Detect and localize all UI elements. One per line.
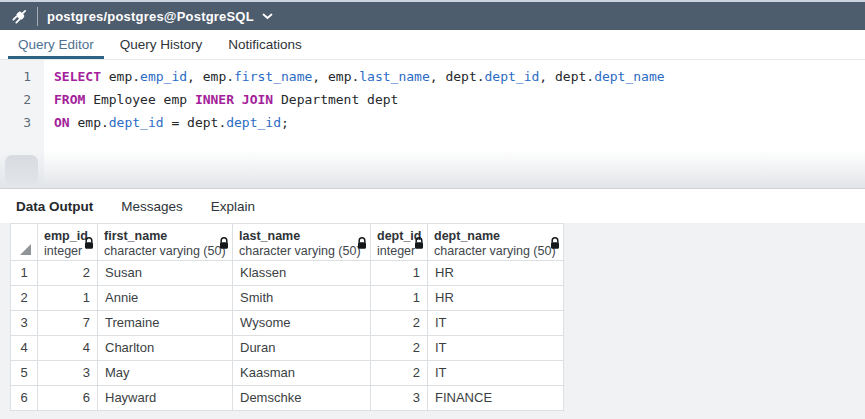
table-cell-last_name[interactable]: Demschke bbox=[233, 386, 371, 411]
row-number[interactable]: 5 bbox=[10, 361, 38, 386]
sql-text: , dept. bbox=[539, 69, 594, 84]
results-tabs: Data Output Messages Explain bbox=[0, 189, 865, 223]
table-cell-first_name[interactable]: Annie bbox=[98, 286, 233, 311]
connection-bar: postgres/postgres@PostgreSQL bbox=[0, 2, 865, 30]
tab-query-editor[interactable]: Query Editor bbox=[8, 30, 104, 59]
sql-identifier: dept_id bbox=[485, 69, 540, 84]
column-type: character varying (50) bbox=[239, 244, 364, 259]
row-number[interactable]: 1 bbox=[10, 261, 38, 286]
line-number: 3 bbox=[0, 111, 44, 134]
column-header-dept_name[interactable]: dept_namecharacter varying (50) bbox=[428, 223, 564, 261]
table-cell-last_name[interactable]: Klassen bbox=[233, 261, 371, 286]
table-cell-emp_id[interactable]: 6 bbox=[38, 386, 98, 411]
sql-text: Employee emp bbox=[85, 92, 195, 107]
column-header-last_name[interactable]: last_namecharacter varying (50) bbox=[233, 223, 371, 261]
table-cell-dept_id[interactable]: 2 bbox=[371, 361, 428, 386]
table-cell-first_name[interactable]: May bbox=[98, 361, 233, 386]
column-type: character varying (50) bbox=[104, 244, 226, 259]
tab-notifications[interactable]: Notifications bbox=[218, 30, 312, 59]
table-cell-emp_id[interactable]: 7 bbox=[38, 311, 98, 336]
column-type: character varying (50) bbox=[434, 244, 557, 259]
table-row: 12SusanKlassen1HR bbox=[10, 261, 865, 286]
sql-text: ; bbox=[281, 115, 289, 130]
table-cell-dept_id[interactable]: 1 bbox=[371, 286, 428, 311]
table-row: 53MayKaasman2IT bbox=[10, 361, 865, 386]
table-cell-first_name[interactable]: Susan bbox=[98, 261, 233, 286]
sql-text: = dept. bbox=[164, 115, 227, 130]
select-all-triangle-icon bbox=[20, 244, 31, 255]
column-name: dept_name bbox=[434, 228, 557, 244]
editor-scrollbar-thumb[interactable] bbox=[5, 155, 38, 185]
table-cell-dept_id[interactable]: 3 bbox=[371, 386, 428, 411]
table-row: 37TremaineWysome2IT bbox=[10, 311, 865, 336]
sql-keyword: ON bbox=[54, 115, 70, 130]
column-header-first_name[interactable]: first_namecharacter varying (50) bbox=[98, 223, 233, 261]
table-cell-dept_name[interactable]: HR bbox=[428, 261, 564, 286]
sql-identifier: emp_id bbox=[140, 69, 187, 84]
tab-explain[interactable]: Explain bbox=[211, 199, 255, 214]
table-cell-first_name[interactable]: Tremaine bbox=[98, 311, 233, 336]
sql-text: Department dept bbox=[273, 92, 398, 107]
table-cell-dept_id[interactable]: 1 bbox=[371, 261, 428, 286]
lock-icon bbox=[550, 237, 560, 253]
table-cell-dept_id[interactable]: 2 bbox=[371, 311, 428, 336]
sql-identifier: dept_id bbox=[109, 115, 164, 130]
table-row: 66HaywardDemschke3FINANCE bbox=[10, 386, 865, 411]
column-header-dept_id[interactable]: dept_idinteger bbox=[371, 223, 428, 261]
table-cell-last_name[interactable]: Wysome bbox=[233, 311, 371, 336]
sql-line[interactable]: ON emp.dept_id = dept.dept_id; bbox=[54, 111, 865, 134]
tab-query-history[interactable]: Query History bbox=[110, 30, 213, 59]
select-all-cell[interactable] bbox=[10, 223, 38, 261]
table-cell-emp_id[interactable]: 3 bbox=[38, 361, 98, 386]
sql-text: , emp. bbox=[187, 69, 234, 84]
row-number[interactable]: 3 bbox=[10, 311, 38, 336]
sql-text: emp. bbox=[70, 115, 109, 130]
table-cell-last_name[interactable]: Smith bbox=[233, 286, 371, 311]
table-cell-dept_name[interactable]: HR bbox=[428, 286, 564, 311]
tab-messages[interactable]: Messages bbox=[121, 199, 183, 214]
column-header-emp_id[interactable]: emp_idinteger bbox=[38, 223, 98, 261]
table-cell-emp_id[interactable]: 2 bbox=[38, 261, 98, 286]
table-cell-dept_name[interactable]: IT bbox=[428, 311, 564, 336]
sql-keyword: INNER JOIN bbox=[195, 92, 273, 107]
line-number: 1 bbox=[0, 65, 44, 88]
connection-bar-separator bbox=[37, 7, 38, 26]
table-cell-dept_name[interactable]: IT bbox=[428, 361, 564, 386]
table-cell-first_name[interactable]: Charlton bbox=[98, 336, 233, 361]
sql-identifier: first_name bbox=[234, 69, 312, 84]
sql-code[interactable]: SELECT emp.emp_id, emp.first_name, emp.l… bbox=[44, 65, 865, 134]
lock-icon bbox=[414, 237, 424, 253]
table-cell-last_name[interactable]: Kaasman bbox=[233, 361, 371, 386]
chevron-down-icon bbox=[262, 13, 273, 20]
tab-data-output[interactable]: Data Output bbox=[16, 199, 93, 214]
lock-icon bbox=[357, 237, 367, 253]
line-number: 2 bbox=[0, 88, 44, 111]
row-number[interactable]: 6 bbox=[10, 386, 38, 411]
row-number[interactable]: 4 bbox=[10, 336, 38, 361]
grid-body: 12SusanKlassen1HR21AnnieSmith1HR37Tremai… bbox=[10, 261, 865, 411]
table-row: 44CharltonDuran2IT bbox=[10, 336, 865, 361]
connection-title: postgres/postgres@PostgreSQL bbox=[47, 9, 254, 24]
editor-splitter-shadow bbox=[0, 150, 865, 188]
connection-dropdown[interactable]: postgres/postgres@PostgreSQL bbox=[47, 9, 273, 24]
sql-line[interactable]: FROM Employee emp INNER JOIN Department … bbox=[54, 88, 865, 111]
table-row: 21AnnieSmith1HR bbox=[10, 286, 865, 311]
column-name: last_name bbox=[239, 228, 364, 244]
query-tool-tabs: Query Editor Query History Notifications bbox=[0, 30, 865, 60]
table-cell-dept_id[interactable]: 2 bbox=[371, 336, 428, 361]
sql-line[interactable]: SELECT emp.emp_id, emp.first_name, emp.l… bbox=[54, 65, 865, 88]
table-cell-dept_name[interactable]: FINANCE bbox=[428, 386, 564, 411]
lock-icon bbox=[84, 237, 94, 253]
table-cell-first_name[interactable]: Hayward bbox=[98, 386, 233, 411]
sql-text: , dept. bbox=[430, 69, 485, 84]
row-number[interactable]: 2 bbox=[10, 286, 38, 311]
sql-editor[interactable]: 123 SELECT emp.emp_id, emp.first_name, e… bbox=[0, 60, 865, 188]
table-cell-dept_name[interactable]: IT bbox=[428, 336, 564, 361]
table-cell-emp_id[interactable]: 4 bbox=[38, 336, 98, 361]
table-cell-last_name[interactable]: Duran bbox=[233, 336, 371, 361]
results-panel: Data Output Messages Explain emp_idinteg… bbox=[0, 188, 865, 419]
sql-text: emp. bbox=[101, 69, 140, 84]
query-tool-plug-icon bbox=[9, 6, 29, 26]
table-cell-emp_id[interactable]: 1 bbox=[38, 286, 98, 311]
sql-keyword: FROM bbox=[54, 92, 85, 107]
